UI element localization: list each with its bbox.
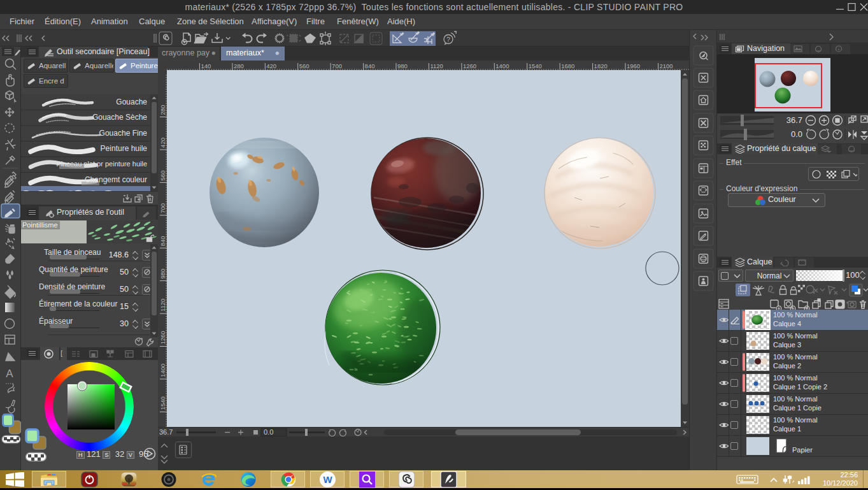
svg-text:560: 560 <box>159 171 166 181</box>
svg-text:1260: 1260 <box>159 331 166 344</box>
svg-text:560: 560 <box>299 62 309 69</box>
svg-text:280: 280 <box>159 105 166 115</box>
svg-text:700: 700 <box>332 62 342 69</box>
svg-text:1540: 1540 <box>529 62 542 69</box>
svg-text:1540: 1540 <box>159 396 166 410</box>
svg-text:840: 840 <box>365 62 375 69</box>
svg-text:1400: 1400 <box>159 364 166 377</box>
svg-text:280: 280 <box>234 62 244 69</box>
svg-text:W: W <box>323 474 332 485</box>
svg-text:1400: 1400 <box>495 62 509 69</box>
svg-text:2100: 2100 <box>660 62 673 69</box>
svg-text:980: 980 <box>159 269 166 279</box>
svg-text:1820: 1820 <box>594 62 608 69</box>
svg-text:1680: 1680 <box>561 62 574 69</box>
svg-text:700: 700 <box>159 203 166 213</box>
svg-text:420: 420 <box>159 138 166 148</box>
svg-text:?: ? <box>446 36 450 43</box>
svg-text:1120: 1120 <box>430 62 443 69</box>
svg-text:A: A <box>6 368 13 380</box>
svg-text:1260: 1260 <box>463 62 476 69</box>
svg-text:1120: 1120 <box>159 299 166 312</box>
svg-text:840: 840 <box>159 236 166 246</box>
svg-text:980: 980 <box>397 62 408 69</box>
svg-text:140: 140 <box>201 62 211 69</box>
svg-text:1960: 1960 <box>627 62 640 69</box>
svg-text:0.0: 0.0 <box>264 428 273 436</box>
svg-text:420: 420 <box>266 62 276 69</box>
